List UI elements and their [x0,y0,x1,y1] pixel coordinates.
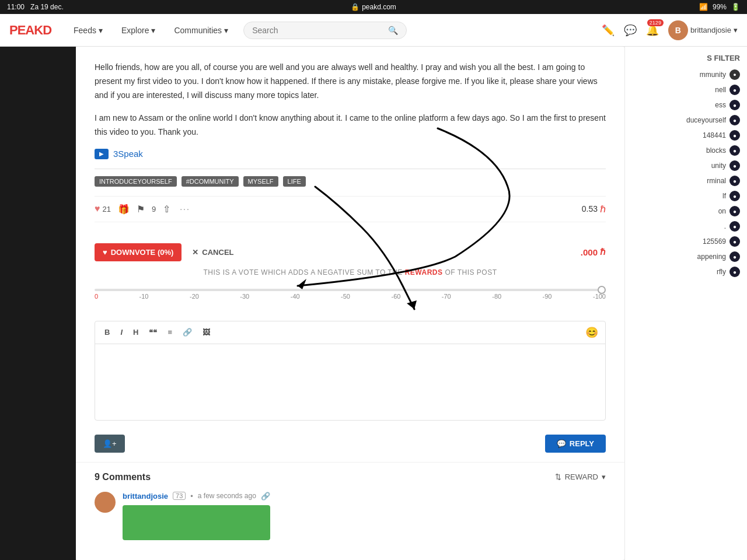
reward-amount: 0.53 ℏ [582,204,606,215]
sidebar-tag-blocks[interactable]: blocks ● [630,143,742,158]
heading-button[interactable]: H [131,327,141,338]
comment-number: 9 [152,205,156,214]
reward-sort-button[interactable]: ⇅ REWARD ▾ [555,473,606,481]
sidebar-tag-125569[interactable]: 125569 ● [630,234,742,249]
sidebar-tag-dot[interactable]: . ● [630,219,742,234]
avatar: B [668,20,688,40]
comments-title: 9 Comments [95,472,151,482]
sidebar-tag-duceyourself[interactable]: duceyourself ● [630,113,742,128]
sidebar-tag-rminal[interactable]: rminal ● [630,173,742,188]
sidebar-tag-ess[interactable]: ess ● [630,97,742,113]
sidebar-tag-on[interactable]: on ● [630,204,742,219]
edit-icon[interactable]: ✏️ [602,24,615,37]
bold-button[interactable]: B [102,327,112,338]
like-count: 21 [103,205,111,214]
filter-title: S FILTER [630,54,742,62]
downvote-section: ♥ DOWNVOTE (0%) ✕ CANCEL .000 ℏ THIS IS … [76,236,624,312]
sidebar-tag-community[interactable]: mmunity ● [630,67,742,82]
nav-explore[interactable]: Explore ▾ [118,23,159,37]
comment-image [123,505,270,540]
add-user-button[interactable]: 👤+ [95,435,125,453]
commenter-info: brittandjosie 73 • a few seconds ago 🔗 [123,492,270,501]
emoji-button[interactable]: 😊 [585,326,598,339]
nav-communities[interactable]: Communities ▾ [170,23,232,37]
cancel-button[interactable]: ✕ CANCEL [189,243,237,261]
logo[interactable]: PEAKD [9,23,51,38]
commenter-avatar [95,492,116,513]
add-user-icon: 👤+ [103,439,117,448]
comment-action-buttons: 👤+ 💬 REPLY [76,430,624,462]
sidebar-tag-lf[interactable]: lf ● [630,188,742,204]
editor-toolbar: B I H ❝❝ ≡ 🔗 🖼 😊 [95,321,605,344]
flag-button[interactable]: ⚑ [137,204,145,215]
status-bar: 11:00 Za 19 dec. 🔒 peakd.com 📶 99% 🔋 [0,0,747,14]
tag-dcommunity[interactable]: #DCOMMUNITY [181,176,239,187]
flag-icon: ⚑ [137,204,145,215]
user-nav[interactable]: B brittandjosie ▾ [668,20,738,40]
comments-section: 9 Comments ⇅ REWARD ▾ brittandjosie 73 •… [76,462,624,559]
vote-slider[interactable] [95,289,606,291]
post-body: Hello friends, how are you all, of cours… [76,47,624,236]
more-button[interactable]: ··· [180,204,190,214]
comment-item: brittandjosie 73 • a few seconds ago 🔗 [95,492,606,540]
comment-count[interactable]: 9 [152,205,156,214]
top-nav: PEAKD Feeds ▾ Explore ▾ Communities ▾ 🔍 … [0,14,747,47]
sidebar-tag-unity[interactable]: unity ● [630,158,742,173]
search-input[interactable] [252,26,383,35]
post-paragraph-1: Hello friends, how are you all, of cours… [95,61,606,102]
quote-button[interactable]: ❝❝ [146,327,159,338]
reply-icon: 💬 [557,439,566,448]
tag-introduceyourself[interactable]: INTRODUCEYOURSELF [95,176,177,187]
nav-icons: ✏️ 💬 🔔 2129 B brittandjosie ▾ [602,20,738,40]
comment-editor: B I H ❝❝ ≡ 🔗 🖼 😊 [95,321,606,421]
italic-button[interactable]: I [118,327,125,338]
permalink-icon[interactable]: 🔗 [261,492,270,501]
comment-time: a few seconds ago [198,492,256,500]
list-button[interactable]: ≡ [165,327,174,338]
status-right: 📶 99% 🔋 [699,3,740,11]
comments-header: 9 Comments ⇅ REWARD ▾ [95,472,606,482]
left-sidebar-bg [0,47,76,560]
downvote-button[interactable]: ♥ DOWNVOTE (0%) [95,243,181,261]
divider-1 [95,169,606,169]
post-actions: ♥ 21 🎁 ⚑ 9 ⇧ ··· 0.53 ℏ [95,196,606,222]
image-button[interactable]: 🖼 [200,327,212,338]
status-time-date: 11:00 Za 19 dec. [7,3,64,11]
downvote-row: ♥ DOWNVOTE (0%) ✕ CANCEL .000 ℏ [95,243,606,261]
commenter-name[interactable]: brittandjosie [123,492,168,501]
hive-icon-2: ℏ [600,247,606,257]
nav-feeds[interactable]: Feeds ▾ [70,23,106,37]
warning-text: THIS IS A VOTE WHICH ADDS A NEGATIVE SUM… [95,268,606,276]
center-content: Hello friends, how are you all, of cours… [76,47,624,560]
speak-link[interactable]: 3Speak [95,149,606,159]
sidebar-tag-nell[interactable]: nell ● [630,82,742,97]
sidebar-tag-rfly[interactable]: rfly ● [630,264,742,279]
link-button[interactable]: 🔗 [180,327,194,338]
post-paragraph-2: I am new to Assam or the online world I … [95,111,606,139]
url-bar: 🔒 peakd.com [351,3,396,11]
share-button[interactable]: ⇧ [163,204,170,215]
like-button[interactable]: ♥ 21 [95,204,111,214]
heart-icon: ♥ [95,204,100,214]
notification-icon[interactable]: 🔔 2129 [646,24,659,37]
share-icon: ⇧ [163,204,170,215]
reply-button[interactable]: 💬 REPLY [545,435,606,453]
commenter-rep: 73 [173,492,186,500]
tag-life[interactable]: LIFE [283,176,306,187]
heart-down-icon: ♥ [103,248,107,257]
gift-icon: 🎁 [118,204,130,215]
x-icon: ✕ [192,248,198,257]
comment-input[interactable] [95,344,605,420]
gift-button[interactable]: 🎁 [118,204,130,215]
tag-myself[interactable]: MYSELF [243,176,278,187]
sidebar-tag-appening[interactable]: appening ● [630,249,742,264]
vote-slider-container: 0 -10 -20 -30 -40 -50 -60 -70 -80 -90 -1… [95,284,606,300]
chat-icon[interactable]: 💬 [624,24,637,37]
speak-icon [95,149,109,159]
search-bar[interactable]: 🔍 [243,22,407,39]
main-layout: Hello friends, how are you all, of cours… [0,47,747,560]
sidebar-tag-148441[interactable]: 148441 ● [630,128,742,143]
comment-content: brittandjosie 73 • a few seconds ago 🔗 [123,492,270,540]
vote-reward: .000 ℏ [581,247,606,257]
search-icon: 🔍 [388,26,398,35]
